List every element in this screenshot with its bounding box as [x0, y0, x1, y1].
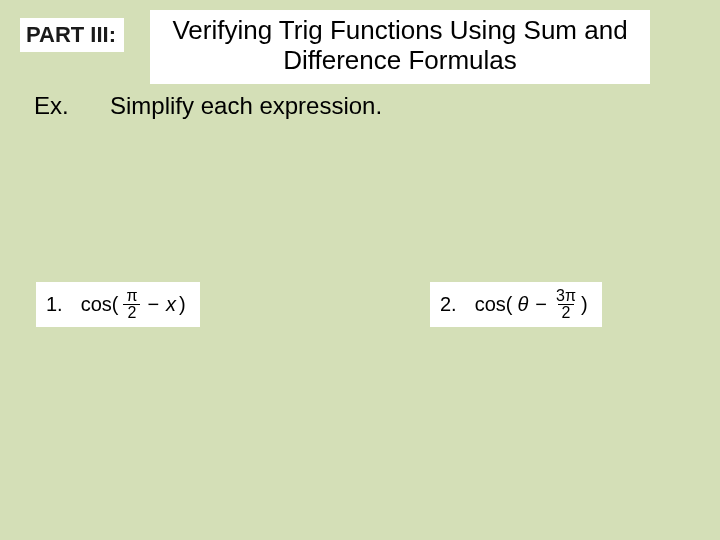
problem-expression: cos( θ − 3π 2 ): [475, 288, 588, 321]
problem-number: 1.: [46, 293, 63, 316]
fraction-denominator: 2: [558, 304, 575, 321]
close-paren: ): [179, 293, 186, 316]
problem-2: 2. cos( θ − 3π 2 ): [430, 282, 602, 327]
page-title: Verifying Trig Functions Using Sum and D…: [150, 10, 650, 84]
part-label: PART III:: [20, 18, 124, 52]
fraction: 3π 2: [554, 288, 578, 321]
fraction-denominator: 2: [123, 304, 140, 321]
problem-expression: cos( π 2 − x ): [81, 288, 186, 321]
func-text: cos(: [475, 293, 513, 316]
variable: x: [166, 293, 176, 316]
func-text: cos(: [81, 293, 119, 316]
fraction-numerator: 3π: [554, 288, 578, 304]
operator: −: [147, 293, 159, 316]
problem-1: 1. cos( π 2 − x ): [36, 282, 200, 327]
close-paren: ): [581, 293, 588, 316]
fraction-numerator: π: [124, 288, 139, 304]
problem-number: 2.: [440, 293, 457, 316]
example-label: Ex.: [34, 92, 69, 120]
fraction: π 2: [123, 288, 140, 321]
operator: −: [535, 293, 547, 316]
instruction-text: Simplify each expression.: [110, 92, 382, 120]
variable: θ: [517, 293, 528, 316]
